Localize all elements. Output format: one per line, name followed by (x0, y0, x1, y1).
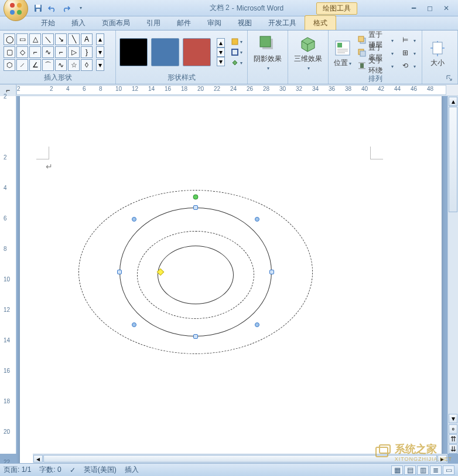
style-gallery[interactable]: ▴ ▾ ▾ (119, 38, 225, 66)
style-more-button[interactable]: ▾ (217, 57, 225, 66)
handle-e[interactable] (269, 270, 274, 274)
group-shadow: 阴影效果 (248, 30, 288, 84)
rotation-handle[interactable] (193, 195, 199, 200)
view-print-layout[interactable]: ▦ (391, 465, 403, 475)
handle-s[interactable] (193, 334, 198, 339)
tab-home[interactable]: 开始 (33, 16, 63, 30)
status-page[interactable]: 页面: 1/1 (4, 465, 31, 475)
tab-references[interactable]: 引用 (138, 16, 169, 30)
shape-rect-icon[interactable]: ▭ (16, 33, 28, 45)
status-spellcheck-icon[interactable]: ✓ (70, 466, 76, 474)
tab-mailings[interactable]: 邮件 (169, 16, 199, 30)
shape-line-icon[interactable]: ＼ (42, 33, 54, 45)
position-icon (333, 39, 352, 57)
browse-object-button[interactable]: ∘ (449, 424, 457, 434)
shape-l-icon[interactable]: ⌐ (29, 46, 41, 58)
rotate-button[interactable]: ⟲ (398, 60, 418, 72)
scroll-down-button[interactable]: ▾ (449, 414, 457, 423)
handle-sw[interactable] (132, 322, 136, 327)
shape-outline-button[interactable] (231, 47, 248, 57)
tab-review[interactable]: 审阅 (199, 16, 230, 30)
vertical-ruler[interactable]: 2246810121416182022 (0, 96, 16, 454)
tab-view[interactable]: 视图 (230, 16, 260, 30)
group-label-shape-styles: 形状样式 (119, 72, 244, 84)
shapes-gallery[interactable]: ◯ ▭ △ ＼ ↘ ╲ A ▢ ◇ ⌐ ∿ ⌐ ▷ } ⬡ ⟋ ∠ ⌒ ∿ ☆ (4, 33, 93, 71)
shape-right-icon[interactable]: ▷ (68, 46, 80, 58)
shape-fill-button[interactable] (231, 37, 248, 46)
status-mode[interactable]: 插入 (125, 465, 139, 475)
shape-step-icon[interactable]: ⌐ (55, 46, 67, 58)
three-d-effects-button[interactable]: 三维效果 (292, 33, 324, 73)
tab-pagelayout[interactable]: 页面布局 (94, 16, 138, 30)
view-web-layout[interactable]: ▥ (417, 465, 429, 475)
size-icon (428, 39, 447, 57)
view-draft[interactable]: ▭ (443, 465, 454, 475)
shape-arrow-icon[interactable]: ↘ (55, 33, 67, 45)
view-full-screen[interactable]: ▤ (404, 465, 416, 475)
shape-change-button[interactable] (231, 58, 248, 67)
style-swatch-3[interactable] (183, 38, 211, 66)
restore-button[interactable]: ◻ (423, 3, 437, 13)
tab-format[interactable]: 格式 (305, 15, 336, 30)
handle-se[interactable] (255, 322, 259, 327)
tab-developer[interactable]: 开发工具 (260, 16, 305, 30)
horizontal-ruler[interactable]: ⌐ 22468101214161820222426283032343638404… (0, 84, 458, 96)
style-swatch-2[interactable] (151, 38, 179, 66)
align-button[interactable]: ⊨ (398, 34, 418, 46)
handle-w[interactable] (117, 270, 122, 274)
status-words[interactable]: 字数: 0 (39, 465, 61, 475)
redo-button[interactable] (60, 2, 73, 15)
ruler-corner[interactable]: ⌐ (0, 84, 16, 96)
handle-ne[interactable] (255, 217, 259, 222)
style-down-button[interactable]: ▾ (217, 47, 225, 57)
shape-angle-icon[interactable]: ∠ (29, 59, 41, 71)
shape-text-icon[interactable]: A (81, 33, 93, 45)
ellipse-inner-solid[interactable] (158, 246, 234, 304)
shape-diamond-icon[interactable]: ◇ (16, 46, 28, 58)
scroll-thumb-v[interactable] (449, 107, 457, 212)
shape-diag-icon[interactable]: ╲ (68, 33, 80, 45)
qat-customize[interactable] (74, 2, 87, 15)
close-button[interactable]: ✕ (439, 3, 453, 13)
shape-brace-icon[interactable]: } (81, 46, 93, 58)
status-language[interactable]: 英语(美国) (84, 465, 117, 475)
text-wrapping-button[interactable]: 文字环绕 (356, 60, 396, 72)
handle-n[interactable] (193, 205, 198, 210)
shape-callout-icon[interactable]: ◊ (81, 59, 93, 71)
size-dialog-launcher[interactable] (446, 74, 453, 81)
margin-mark-tl (36, 147, 49, 159)
watermark: 系统之家 XITONGZHIJIA.NET (375, 442, 452, 462)
shape-roundrect-icon[interactable]: ▢ (4, 46, 15, 58)
minimize-button[interactable]: ━ (406, 3, 421, 13)
shape-zigzag-icon[interactable]: ∿ (42, 46, 54, 58)
shape-wave-icon[interactable]: ∿ (55, 59, 67, 71)
shape-hex-icon[interactable]: ⬡ (4, 59, 15, 71)
selected-shape-group[interactable] (78, 190, 313, 354)
style-swatch-1[interactable] (119, 38, 148, 66)
shape-arc-icon[interactable]: ⌒ (42, 59, 54, 71)
position-button[interactable]: 位置 (332, 33, 353, 73)
shape-star-icon[interactable]: ☆ (68, 59, 80, 71)
shape-curve-icon[interactable]: ⟋ (16, 59, 28, 71)
shape-triangle-icon[interactable]: △ (29, 33, 41, 45)
shape-ellipse-icon[interactable]: ◯ (4, 33, 15, 45)
scroll-up-button[interactable]: ▴ (449, 97, 457, 106)
save-button[interactable] (32, 2, 45, 15)
view-outline[interactable]: ≣ (430, 465, 442, 475)
shadow-effects-button[interactable]: 阴影效果 (251, 33, 284, 73)
size-button[interactable]: 大小 (426, 33, 449, 73)
document-scroll[interactable]: ↵ (16, 96, 458, 463)
group-insert-shapes: ◯ ▭ △ ＼ ↘ ╲ A ▢ ◇ ⌐ ∿ ⌐ ▷ } ⬡ ⟋ ∠ ⌒ ∿ ☆ (0, 30, 116, 84)
group-button[interactable]: ⊞ (398, 47, 418, 59)
undo-button[interactable] (46, 2, 59, 15)
gallery-more-button[interactable]: ▾ (96, 59, 104, 71)
vertical-scrollbar[interactable]: ▴ ▾ ∘ ⇈ ⇊ (447, 96, 458, 454)
style-up-button[interactable]: ▴ (217, 38, 225, 47)
gallery-up-button[interactable]: ▴ (96, 33, 104, 45)
gallery-down-button[interactable]: ▾ (96, 46, 104, 58)
page[interactable]: ↵ (20, 96, 442, 463)
tab-insert[interactable]: 插入 (63, 16, 94, 30)
group-size: 大小 (422, 30, 458, 84)
scroll-left-button[interactable]: ◂ (33, 455, 43, 463)
handle-nw[interactable] (132, 217, 136, 222)
